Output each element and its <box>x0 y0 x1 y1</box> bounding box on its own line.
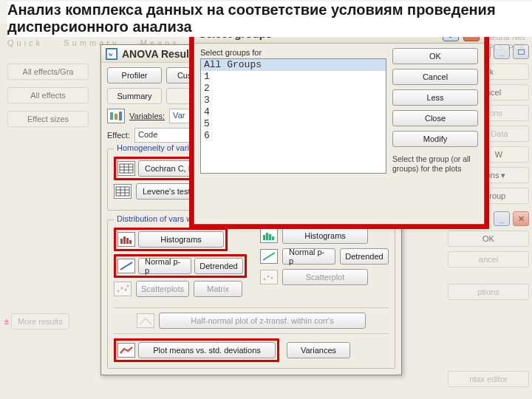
svg-point-18 <box>121 287 123 290</box>
anova-title-text: ANOVA Results <box>122 48 198 60</box>
svg-rect-1 <box>115 114 117 120</box>
plot-means-button[interactable]: Plot means vs. std. deviations <box>138 342 276 358</box>
bg-ptions: ptions <box>448 284 529 300</box>
list-item[interactable]: 4 <box>201 106 386 118</box>
list-item[interactable]: 6 <box>201 130 386 142</box>
scatterplot-right-button[interactable]: Scatterplot <box>282 269 368 285</box>
svg-rect-16 <box>129 240 132 244</box>
normal-pp-right-button[interactable]: Normal p-p <box>282 248 335 265</box>
table-icon <box>117 161 135 176</box>
svg-rect-13 <box>120 239 123 244</box>
histogram2-icon <box>260 228 278 243</box>
anova-app-icon: w <box>106 48 117 60</box>
histogram-icon <box>117 232 135 247</box>
select-groups-prompt: Select groups for <box>200 48 386 57</box>
svg-rect-24 <box>272 236 274 240</box>
svg-rect-15 <box>126 238 129 244</box>
subtab-summary[interactable]: Summary <box>107 88 162 104</box>
bg-all-effects: All effects <box>7 87 89 103</box>
variables-icon[interactable] <box>107 109 125 123</box>
detrended-left-button[interactable]: Detrended <box>194 258 243 274</box>
normal-pp-left-button[interactable]: Normal p-p <box>138 258 191 274</box>
bg-ancel: ancel <box>448 251 529 267</box>
bg-ok2: OK <box>448 231 529 247</box>
svg-rect-21 <box>263 235 265 240</box>
scatter2-icon <box>260 270 278 284</box>
bg-all-effects-gra: All effects/Gra <box>7 64 89 80</box>
bg-ntax: ntax editor <box>448 371 529 387</box>
variances-button[interactable]: Variances <box>287 342 350 358</box>
svg-point-19 <box>125 289 127 291</box>
minimize2-icon: _ <box>494 211 510 226</box>
list-item[interactable]: 1 <box>201 71 386 83</box>
bg-left-buttons: All effects/Gra All effects Effect sizes <box>7 64 89 127</box>
tab-profiler[interactable]: Profiler <box>107 67 162 83</box>
ok-button[interactable]: OK <box>392 48 478 64</box>
plotmeans-icon <box>117 343 135 358</box>
groups-listbox[interactable]: All Groups 1 2 3 4 5 6 <box>200 58 386 174</box>
histograms-right-button[interactable]: Histograms <box>282 228 368 244</box>
svg-rect-14 <box>123 236 126 244</box>
select-groups-hint: Select the group (or all groups) for the… <box>392 154 478 174</box>
maximize-icon <box>513 44 529 59</box>
effect-label: Effect: <box>107 131 130 140</box>
slide-heading: Анализ комплекса данных на соответствие … <box>7 1 532 37</box>
svg-rect-0 <box>110 112 113 120</box>
cancel-button[interactable]: Cancel <box>392 69 478 85</box>
svg-rect-3 <box>120 164 133 173</box>
svg-point-26 <box>267 276 270 278</box>
less-button[interactable]: Less <box>392 89 478 106</box>
bg-more-results: ± More results <box>4 313 69 330</box>
halfnormal-icon <box>137 313 154 328</box>
scatterplots-left-button[interactable]: Scatterplots <box>136 281 189 297</box>
svg-point-17 <box>117 290 120 293</box>
close2-icon: ✕ <box>513 211 529 226</box>
modify-button[interactable]: Modify <box>392 131 478 147</box>
list-item[interactable]: 5 <box>201 118 386 130</box>
svg-point-25 <box>264 279 266 281</box>
svg-rect-2 <box>119 112 122 120</box>
table2-icon <box>114 184 132 199</box>
detrended-right-button[interactable]: Detrended <box>340 248 389 265</box>
list-item[interactable]: All Groups <box>201 59 386 71</box>
svg-point-20 <box>127 285 129 287</box>
normalpp-icon <box>117 259 135 273</box>
minimize-icon: _ <box>494 44 510 59</box>
svg-rect-22 <box>266 233 268 240</box>
list-item[interactable]: 3 <box>201 95 386 106</box>
variables-link[interactable]: Variables: <box>129 112 165 120</box>
normalpp2-icon <box>260 249 278 264</box>
scatter-icon <box>114 282 132 296</box>
close-text-button[interactable]: Close <box>392 110 478 126</box>
halfnormal-button[interactable]: Half-normal plot of z-transf. within cor… <box>159 313 366 329</box>
svg-point-27 <box>271 277 273 279</box>
histograms-left-button[interactable]: Histograms <box>138 231 224 248</box>
matrix-button[interactable]: Matrix <box>194 281 242 297</box>
svg-rect-23 <box>269 234 271 240</box>
list-item[interactable]: 2 <box>201 83 386 95</box>
svg-rect-8 <box>116 187 129 196</box>
bg-effect-sizes: Effect sizes <box>7 111 89 127</box>
select-groups-dialog: Select groups ? ✕ Select groups for All … <box>194 24 485 225</box>
